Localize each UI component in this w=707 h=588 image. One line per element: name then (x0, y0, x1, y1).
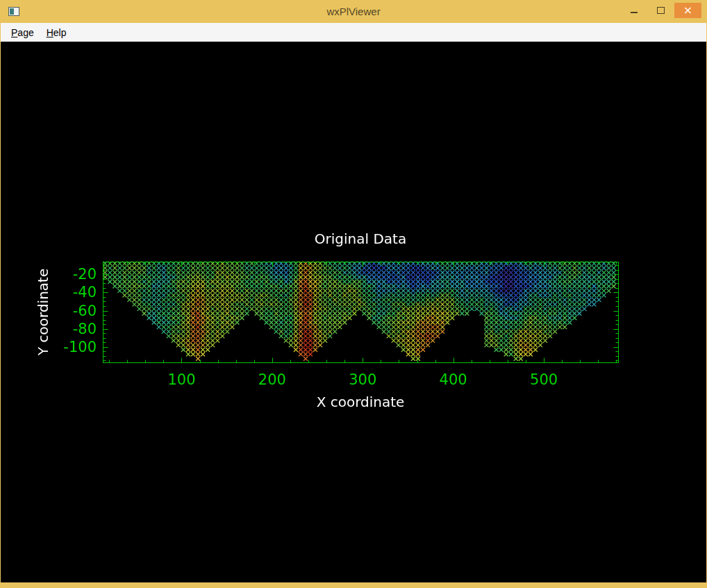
plot-area: Original Data X coordinate Y coordinate (1, 42, 706, 582)
menu-item-help[interactable]: Help (40, 25, 73, 40)
window-titlebar[interactable]: wxPlViewer × (1, 0, 706, 23)
menu-label-rest: age (17, 27, 33, 38)
menu-label-rest: elp (53, 27, 67, 38)
plot-title: Original Data (103, 230, 618, 247)
plot-canvas (1, 42, 706, 582)
x-axis-label: X coordinate (103, 394, 618, 410)
menu-accel: H (47, 27, 53, 38)
window-title: wxPlViewer (1, 6, 706, 17)
menubar: Page Help (1, 23, 706, 42)
menu-accel: P (11, 27, 17, 38)
window: wxPlViewer × Page Help Original Data X c… (0, 0, 707, 588)
menu-item-page[interactable]: Page (5, 25, 40, 40)
y-axis-label: Y coordinate (34, 262, 52, 362)
